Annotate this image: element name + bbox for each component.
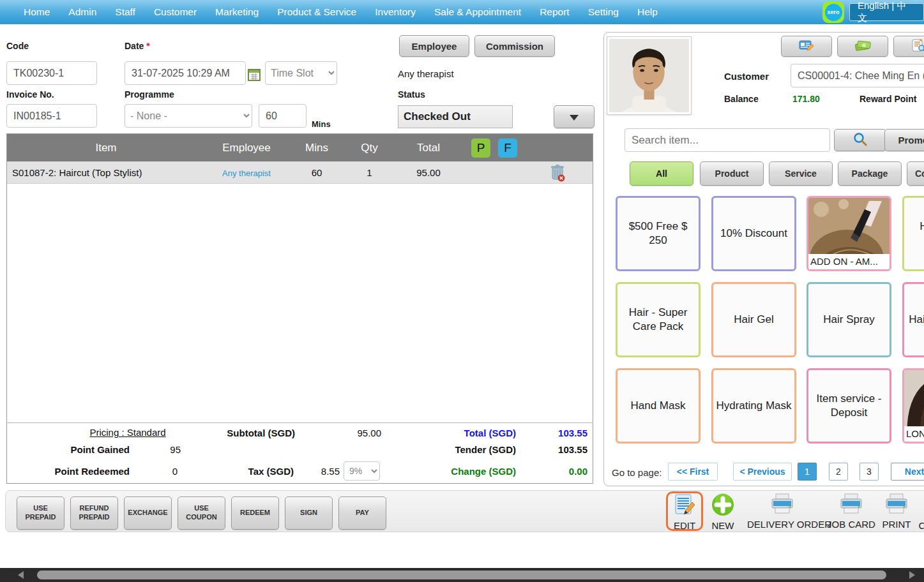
code-label: Code (6, 41, 29, 51)
invoice-input[interactable] (6, 104, 97, 128)
code-input[interactable] (6, 61, 97, 85)
duration-input[interactable] (259, 104, 307, 128)
date-input[interactable] (125, 61, 246, 85)
customer-card-edit-button[interactable] (781, 36, 832, 57)
status-dropdown-button[interactable] (554, 105, 595, 128)
item-card[interactable]: Item service - Deposit (807, 368, 891, 444)
customer-history-button[interactable] (893, 36, 924, 57)
tender-label: Tender (SGD) (441, 444, 516, 455)
exchange-button[interactable]: EXCHANGE (124, 496, 172, 530)
item-card[interactable]: Hair Gel (711, 282, 796, 357)
tab-package[interactable]: Package (838, 161, 902, 186)
header-employee: Employee (205, 142, 288, 154)
commission-button[interactable]: Commission (474, 35, 555, 57)
pricing-link[interactable]: Pricing : Standard (83, 427, 172, 438)
programme-select[interactable]: - None - (125, 104, 252, 128)
horizontal-scrollbar[interactable] (0, 568, 924, 582)
page-first-button[interactable]: << First (668, 463, 718, 481)
assigned-therapist-text: Any therapist (398, 68, 454, 79)
search-icon (852, 132, 868, 148)
delete-item-icon[interactable] (549, 163, 566, 182)
search-button[interactable] (834, 129, 886, 151)
total-value: 103.55 (530, 428, 587, 438)
language-switcher[interactable]: English | 中文 (849, 3, 924, 21)
item-card[interactable]: Hydrating Mask (711, 368, 796, 444)
refund-prepaid-button[interactable]: REFUND PREPAID (70, 496, 118, 530)
page-next-button[interactable]: Next > (891, 463, 924, 481)
tender-value: 103.55 (530, 444, 587, 455)
nav-customer[interactable]: Customer (154, 6, 197, 18)
cancel-action[interactable]: CANCEL (913, 493, 924, 531)
mins-label: Mins (312, 119, 331, 129)
tab-all[interactable]: All (630, 161, 693, 186)
time-slot-select[interactable]: Time Slot (265, 61, 337, 85)
item-card[interactable]: $500 Free $ 250 (616, 196, 701, 271)
xero-logo-icon[interactable]: xero (822, 1, 844, 23)
tab-service[interactable]: Service (769, 161, 833, 186)
use-prepaid-button[interactable]: USE PREPAID (17, 496, 64, 530)
chevron-down-icon (570, 115, 579, 121)
promotion-button[interactable]: Promotion (884, 129, 924, 151)
search-item-input[interactable] (625, 128, 830, 152)
nav-home[interactable]: Home (24, 6, 50, 18)
date-label: Date * (125, 41, 150, 51)
nav-sale-appointment[interactable]: Sale & Appointment (434, 6, 521, 18)
scrollbar-thumb[interactable] (37, 571, 886, 579)
required-asterisk: * (146, 41, 149, 51)
employee-button[interactable]: Employee (399, 35, 469, 57)
nav-help[interactable]: Help (637, 6, 658, 18)
tab-product[interactable]: Product (700, 161, 764, 186)
table-header: Item Employee Mins Qty Total P F (7, 134, 593, 161)
scroll-left-arrow-icon[interactable] (18, 571, 24, 579)
use-coupon-button[interactable]: USE COUPON (178, 496, 225, 530)
page-2-button[interactable]: 2 (829, 463, 848, 481)
tax-label: Tax (SGD) (230, 466, 294, 477)
scroll-right-arrow-icon[interactable] (909, 571, 915, 579)
nav-product-service[interactable]: Product & Service (277, 6, 356, 18)
document-search-icon (911, 38, 924, 54)
row-qty: 1 (345, 167, 393, 178)
item-card[interactable]: 10% Discount (711, 196, 796, 271)
balance-value: 171.80 (792, 94, 820, 104)
status-label: Status (398, 89, 425, 100)
item-card[interactable]: Hand Mask (616, 368, 701, 444)
point-redeemed-label: Point Redeemed (38, 466, 130, 477)
page-3-button[interactable]: 3 (860, 463, 879, 481)
item-card[interactable]: Hair Cut & Colour (902, 196, 924, 271)
nav-setting[interactable]: Setting (588, 6, 619, 18)
sign-button[interactable]: SIGN (285, 496, 333, 530)
calendar-icon[interactable] (248, 68, 261, 84)
nav-admin[interactable]: Admin (68, 6, 96, 18)
go-to-page-label: Go to page: (612, 467, 662, 478)
page-previous-button[interactable]: < Previous (733, 463, 792, 481)
pos-invoice-screen: Home Admin Staff Customer Marketing Prod… (0, 0, 924, 582)
printer-icon (884, 507, 909, 518)
tab-coupon[interactable]: Coupon (907, 161, 924, 186)
customer-cash-button[interactable] (837, 36, 888, 57)
item-card-image[interactable]: LONG HAIR (902, 368, 924, 444)
bottom-toolbar: USE PREPAID REFUND PREPAID EXCHANGE USE … (5, 490, 924, 532)
nav-marketing[interactable]: Marketing (215, 6, 259, 18)
page-1-button[interactable]: 1 (798, 463, 817, 481)
item-card[interactable]: Hair Spray (807, 282, 891, 357)
customer-catalog-panel: Customer Balance 171.80 Reward Point Pro… (603, 32, 924, 486)
delivery-order-action[interactable]: DELIVERY ORDER (747, 493, 817, 530)
item-card-image[interactable]: ADD ON - AM... (807, 196, 891, 271)
paid-badge: P (471, 138, 490, 158)
redeem-button[interactable]: REDEEM (231, 496, 279, 530)
nav-report[interactable]: Report (540, 6, 570, 18)
point-redeemed-value: 0 (140, 466, 178, 477)
row-employee-link[interactable]: Any therapist (222, 168, 271, 178)
item-name: S01087-2: Haircut (Top Stylist) (7, 167, 205, 178)
tax-rate-select[interactable]: 9% (344, 461, 380, 481)
customer-input[interactable] (791, 64, 924, 87)
cash-icon (854, 39, 871, 54)
customer-card-edit-icon (799, 39, 814, 54)
table-row[interactable]: S01087-2: Haircut (Top Stylist) Any ther… (7, 161, 593, 184)
nav-staff[interactable]: Staff (115, 6, 135, 18)
pay-button[interactable]: PAY (338, 496, 386, 530)
customer-photo (607, 37, 691, 114)
item-card[interactable]: Hair - Super Care Pack (616, 282, 701, 357)
item-card[interactable]: Hair Treatment (902, 282, 924, 357)
nav-inventory[interactable]: Inventory (375, 6, 416, 18)
